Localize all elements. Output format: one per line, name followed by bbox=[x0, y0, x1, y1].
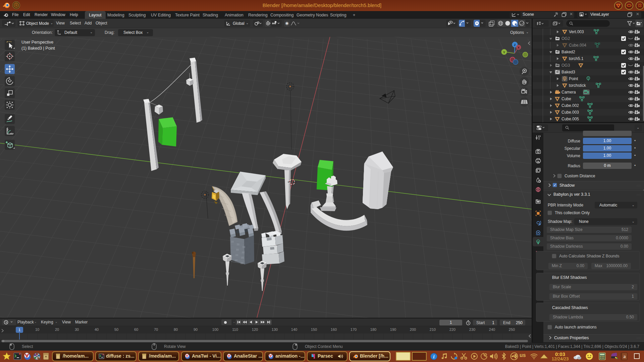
svg-text:Y: Y bbox=[503, 50, 505, 54]
svg-text:a: a bbox=[624, 354, 626, 359]
svg-text:i: i bbox=[433, 354, 435, 359]
svg-text:X: X bbox=[518, 46, 520, 49]
svg-text:Z: Z bbox=[514, 43, 516, 47]
